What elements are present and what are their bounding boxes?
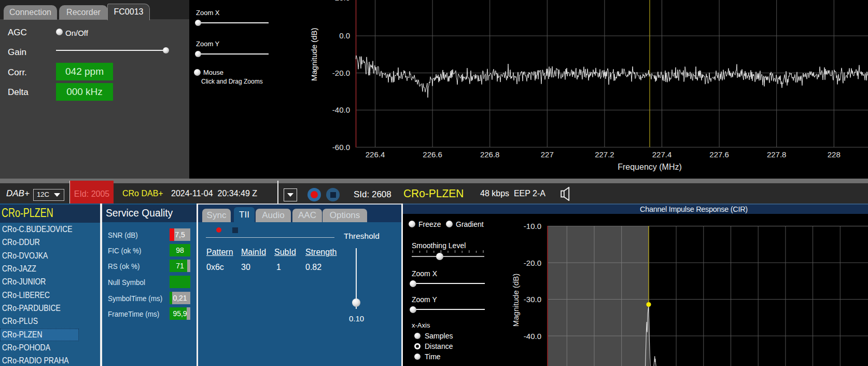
svg-text:227: 227 (541, 150, 554, 159)
svg-text:227.4: 227.4 (652, 150, 672, 159)
svg-text:226.6: 226.6 (423, 150, 442, 159)
svg-text:-10.0: -10.0 (524, 222, 541, 231)
svg-text:-40.0: -40.0 (524, 332, 541, 341)
svg-text:228: 228 (828, 150, 841, 159)
svg-text:-60.0: -60.0 (332, 143, 350, 152)
svg-text:226.8: 226.8 (480, 150, 500, 159)
svg-text:227.6: 227.6 (709, 150, 729, 159)
svg-text:227.8: 227.8 (767, 150, 787, 159)
svg-text:20.0: 20.0 (335, 0, 350, 2)
svg-text:Frequency (MHz): Frequency (MHz) (618, 162, 682, 171)
svg-text:-40.0: -40.0 (332, 105, 350, 114)
svg-text:-20.0: -20.0 (524, 259, 541, 267)
svg-text:227.2: 227.2 (595, 150, 614, 159)
svg-text:0.0: 0.0 (339, 31, 350, 40)
svg-text:-30.0: -30.0 (524, 295, 541, 304)
svg-text:-20.0: -20.0 (332, 69, 350, 77)
svg-text:226.4: 226.4 (366, 150, 385, 159)
svg-text:Magnitude (dB): Magnitude (dB) (511, 274, 520, 327)
